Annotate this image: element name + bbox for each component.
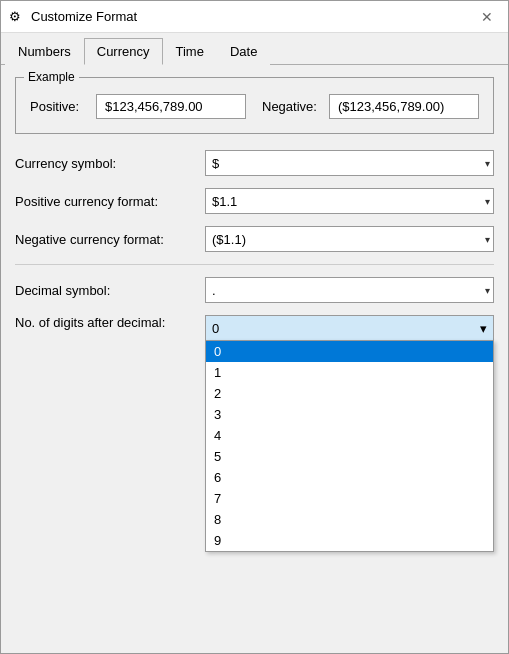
digits-selected-value: 0 [212, 321, 219, 336]
digits-option-0[interactable]: 0 [206, 341, 493, 362]
negative-format-select[interactable]: ($1.1) [205, 226, 494, 252]
example-group: Example Positive: $123,456,789.00 Negati… [15, 77, 494, 134]
positive-label: Positive: [30, 99, 80, 114]
digits-option-3[interactable]: 3 [206, 404, 493, 425]
main-window: ⚙ Customize Format ✕ Numbers Currency Ti… [0, 0, 509, 654]
decimal-symbol-wrapper: . ▾ [205, 277, 494, 303]
tab-content: Example Positive: $123,456,789.00 Negati… [1, 65, 508, 653]
tab-bar: Numbers Currency Time Date [1, 33, 508, 65]
negative-format-wrapper: ($1.1) ▾ [205, 226, 494, 252]
decimal-symbol-select[interactable]: . [205, 277, 494, 303]
digits-dropdown-trigger[interactable]: 0 ▾ [205, 315, 494, 341]
digits-dropdown-arrow: ▾ [480, 321, 487, 336]
digits-dropdown-list: 0 1 2 3 4 5 6 7 8 9 [205, 340, 494, 552]
negative-value: ($123,456,789.00) [329, 94, 479, 119]
currency-symbol-row: Currency symbol: $ ▾ [15, 150, 494, 176]
digits-option-5[interactable]: 5 [206, 446, 493, 467]
tab-time[interactable]: Time [163, 38, 217, 65]
positive-format-wrapper: $1.1 ▾ [205, 188, 494, 214]
currency-symbol-select[interactable]: $ [205, 150, 494, 176]
example-row: Positive: $123,456,789.00 Negative: ($12… [30, 94, 479, 119]
digits-option-6[interactable]: 6 [206, 467, 493, 488]
digits-option-8[interactable]: 8 [206, 509, 493, 530]
digits-dropdown-container: 0 ▾ 0 1 2 3 4 5 6 7 8 9 [205, 315, 494, 341]
digits-option-9[interactable]: 9 [206, 530, 493, 551]
window-title: Customize Format [31, 9, 137, 24]
tab-numbers[interactable]: Numbers [5, 38, 84, 65]
negative-format-row: Negative currency format: ($1.1) ▾ [15, 226, 494, 252]
tab-currency[interactable]: Currency [84, 38, 163, 65]
currency-symbol-label: Currency symbol: [15, 156, 205, 171]
decimal-symbol-row: Decimal symbol: . ▾ [15, 277, 494, 303]
title-bar: ⚙ Customize Format ✕ [1, 1, 508, 33]
positive-value: $123,456,789.00 [96, 94, 246, 119]
digits-option-7[interactable]: 7 [206, 488, 493, 509]
negative-label: Negative: [262, 99, 313, 114]
window-icon: ⚙ [9, 9, 25, 25]
digits-option-4[interactable]: 4 [206, 425, 493, 446]
form-section: Currency symbol: $ ▾ Positive currency f… [15, 150, 494, 341]
digits-option-1[interactable]: 1 [206, 362, 493, 383]
tab-date[interactable]: Date [217, 38, 270, 65]
positive-format-label: Positive currency format: [15, 194, 205, 209]
title-bar-left: ⚙ Customize Format [9, 9, 137, 25]
divider [15, 264, 494, 265]
digits-option-2[interactable]: 2 [206, 383, 493, 404]
positive-format-select[interactable]: $1.1 [205, 188, 494, 214]
digits-label: No. of digits after decimal: [15, 315, 205, 330]
currency-symbol-wrapper: $ ▾ [205, 150, 494, 176]
negative-format-label: Negative currency format: [15, 232, 205, 247]
positive-format-row: Positive currency format: $1.1 ▾ [15, 188, 494, 214]
digits-row: No. of digits after decimal: 0 ▾ 0 1 2 3… [15, 315, 494, 341]
example-legend: Example [24, 70, 79, 84]
decimal-symbol-label: Decimal symbol: [15, 283, 205, 298]
close-button[interactable]: ✕ [474, 6, 500, 28]
